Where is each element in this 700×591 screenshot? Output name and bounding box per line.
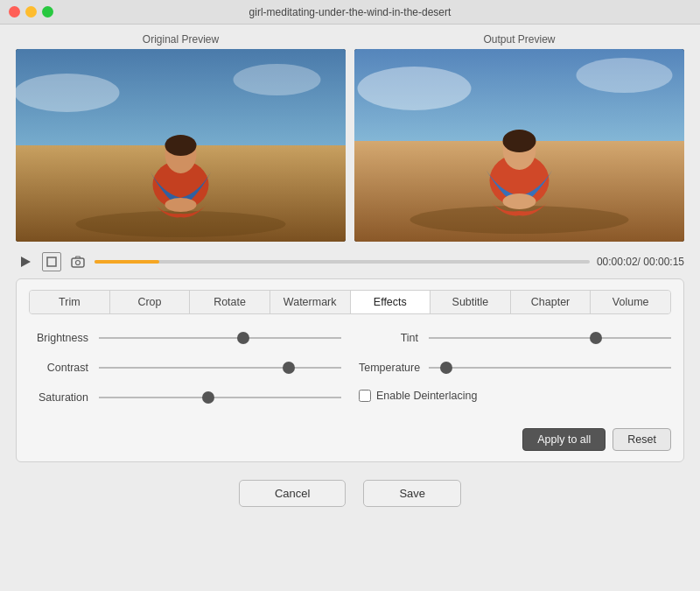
effects-right-column: Tint Temperature Enable Deinterlacing xyxy=(359,330,671,419)
crop-icon xyxy=(46,257,57,267)
svg-point-17 xyxy=(503,193,536,209)
effects-left-column: Brightness Contrast Saturation xyxy=(29,330,341,419)
tab-chapter[interactable]: Chapter xyxy=(511,291,592,313)
original-preview-pane: Original Preview xyxy=(16,33,346,242)
svg-marker-18 xyxy=(21,257,31,267)
tab-volume[interactable]: Volume xyxy=(591,291,670,313)
output-preview-label: Output Preview xyxy=(354,33,684,46)
contrast-slider-track xyxy=(99,360,341,376)
tab-watermark[interactable]: Watermark xyxy=(270,291,351,313)
saturation-slider[interactable] xyxy=(99,397,341,398)
svg-point-1 xyxy=(16,74,120,112)
tab-crop[interactable]: Crop xyxy=(110,291,191,313)
tab-effects[interactable]: Effects xyxy=(351,291,431,313)
svg-point-7 xyxy=(165,135,197,156)
original-video xyxy=(16,49,346,242)
preview-area: Original Preview xyxy=(16,33,684,242)
tab-trim[interactable]: Trim xyxy=(30,291,110,313)
effects-panel: Brightness Contrast Saturation xyxy=(29,330,671,419)
output-video xyxy=(354,49,684,242)
original-preview-label: Original Preview xyxy=(16,33,346,46)
original-video-svg xyxy=(16,49,346,242)
output-video-svg xyxy=(354,49,684,242)
saturation-slider-track xyxy=(99,390,341,405)
tint-slider-track xyxy=(429,330,671,346)
temperature-slider-track xyxy=(429,360,671,376)
tint-slider[interactable] xyxy=(429,337,671,339)
tab-subtitle[interactable]: Subtitle xyxy=(430,291,511,313)
titlebar-buttons xyxy=(9,6,53,18)
maximize-button[interactable] xyxy=(42,6,53,18)
deinterlacing-checkbox[interactable] xyxy=(359,390,371,402)
brightness-slider-track xyxy=(99,330,341,346)
output-preview-pane: Output Preview xyxy=(354,33,684,242)
close-button[interactable] xyxy=(9,6,20,18)
contrast-label: Contrast xyxy=(29,362,99,374)
deinterlacing-row: Enable Deinterlacing xyxy=(359,390,671,402)
tabs-container: Trim Crop Rotate Watermark Effects Subti… xyxy=(16,278,684,462)
svg-point-2 xyxy=(234,64,321,95)
temperature-slider[interactable] xyxy=(429,367,671,369)
play-icon xyxy=(19,256,32,268)
contrast-slider[interactable] xyxy=(99,367,341,369)
window-title: girl-meditating-under-the-wind-in-the-de… xyxy=(249,6,452,18)
svg-point-13 xyxy=(410,206,629,234)
tab-rotate[interactable]: Rotate xyxy=(190,291,270,313)
temperature-label: Temperature xyxy=(359,362,429,374)
crop-preview-button[interactable] xyxy=(42,252,61,271)
saturation-label: Saturation xyxy=(29,391,99,404)
svg-point-21 xyxy=(76,261,80,265)
action-buttons-row: Apply to all Reset xyxy=(29,428,671,451)
svg-point-16 xyxy=(503,130,536,152)
brightness-label: Brightness xyxy=(29,332,99,344)
svg-point-11 xyxy=(577,58,673,93)
temperature-row: Temperature xyxy=(359,360,671,376)
cancel-button[interactable]: Cancel xyxy=(239,480,346,507)
svg-rect-20 xyxy=(72,258,84,267)
progress-fill xyxy=(94,260,159,264)
saturation-row: Saturation xyxy=(29,390,341,405)
svg-point-8 xyxy=(165,198,197,212)
snapshot-button[interactable] xyxy=(68,252,88,271)
brightness-slider[interactable] xyxy=(99,337,341,339)
svg-point-10 xyxy=(358,67,472,110)
camera-icon xyxy=(71,256,85,268)
main-content: Original Preview xyxy=(0,25,700,516)
minimize-button[interactable] xyxy=(25,6,37,18)
playback-bar: 00:00:02/ 00:00:15 xyxy=(16,249,684,278)
titlebar: girl-meditating-under-the-wind-in-the-de… xyxy=(0,0,700,25)
svg-rect-19 xyxy=(47,257,56,266)
bottom-buttons: Cancel Save xyxy=(16,471,684,507)
progress-bar[interactable] xyxy=(94,260,590,264)
apply-to-all-button[interactable]: Apply to all xyxy=(522,428,606,451)
deinterlacing-label[interactable]: Enable Deinterlacing xyxy=(376,390,477,402)
play-button[interactable] xyxy=(16,252,35,271)
time-display: 00:00:02/ 00:00:15 xyxy=(597,256,684,268)
tabs-bar: Trim Crop Rotate Watermark Effects Subti… xyxy=(29,290,671,314)
reset-button[interactable]: Reset xyxy=(612,428,671,451)
save-button[interactable]: Save xyxy=(363,480,461,507)
tint-row: Tint xyxy=(359,330,671,346)
contrast-row: Contrast xyxy=(29,360,341,376)
brightness-row: Brightness xyxy=(29,330,341,346)
tint-label: Tint xyxy=(359,332,429,344)
